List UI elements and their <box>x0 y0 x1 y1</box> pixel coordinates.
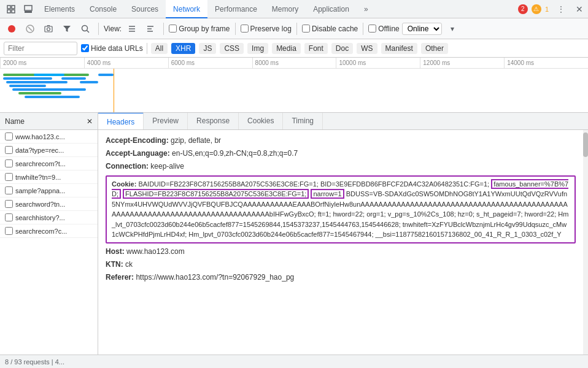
svg-rect-3 <box>12 10 15 13</box>
cookie-label: Cookie: <box>112 180 136 188</box>
svg-rect-9 <box>45 26 52 32</box>
close-devtools-button[interactable]: ✕ <box>573 4 586 14</box>
file-item-1[interactable]: data?type=rec... <box>0 144 98 157</box>
filter-manifest[interactable]: Manifest <box>381 43 417 54</box>
header-value-referer: https://www.hao123.com/?tn=92067929_hao_… <box>136 273 294 282</box>
tab-response[interactable]: Response <box>188 113 239 129</box>
inspect-icon[interactable] <box>2 1 20 18</box>
file-item-checkbox-0[interactable] <box>5 132 13 140</box>
svg-point-6 <box>8 25 15 33</box>
svg-rect-4 <box>25 6 32 10</box>
tab-sources[interactable]: Sources <box>124 0 166 18</box>
file-item-6[interactable]: searchhistory?... <box>0 211 98 224</box>
svg-rect-1 <box>12 6 15 9</box>
tab-cookies[interactable]: Cookies <box>239 113 283 129</box>
main-area: Name ✕ www.hao123.c... data?type=rec... … <box>0 113 588 355</box>
filter-all[interactable]: All <box>151 43 168 54</box>
tab-elements[interactable]: Elements <box>37 0 82 18</box>
throttle-dropdown-icon[interactable]: ▾ <box>444 21 460 37</box>
filter-img[interactable]: Img <box>247 43 268 54</box>
file-item-checkbox-7[interactable] <box>5 227 13 235</box>
filter-xhr[interactable]: XHR <box>171 43 195 54</box>
ruler-mark-4: 8000 ms <box>252 58 336 68</box>
filter-font[interactable]: Font <box>304 43 328 54</box>
file-item-checkbox-5[interactable] <box>5 200 13 208</box>
header-value-connection: keep-alive <box>150 162 184 171</box>
filter-media[interactable]: Media <box>272 43 301 54</box>
file-item-checkbox-3[interactable] <box>5 173 13 181</box>
file-list-close-icon[interactable]: ✕ <box>87 117 93 126</box>
camera-button[interactable] <box>41 21 56 37</box>
list-view-button[interactable] <box>124 21 140 37</box>
tab-performance[interactable]: Performance <box>207 0 265 18</box>
svg-line-13 <box>87 30 90 33</box>
ruler-mark-7: 14000 ms <box>504 58 588 68</box>
file-item-7[interactable]: searchrecom?c... <box>0 224 98 238</box>
timeline-content[interactable] <box>0 69 588 113</box>
tab-application[interactable]: Application <box>306 0 357 18</box>
group-by-frame-checkbox[interactable]: Group by frame <box>169 25 230 33</box>
file-item-label-5: searchword?tn... <box>15 201 65 208</box>
file-item-checkbox-6[interactable] <box>5 213 13 221</box>
file-item-3[interactable]: tnwhilte?tn=9... <box>0 171 98 184</box>
file-list-name-label: Name <box>5 117 25 126</box>
waterfall-view-button[interactable] <box>142 21 158 37</box>
filter-js[interactable]: JS <box>199 43 216 54</box>
offline-checkbox[interactable]: Offline <box>368 25 399 33</box>
throttle-select[interactable]: Online <box>402 23 442 35</box>
header-name-connection: Connection: <box>106 162 149 171</box>
header-name-accept-encoding: Accept-Encoding: <box>106 136 169 145</box>
tab-memory[interactable]: Memory <box>265 0 306 18</box>
dock-icon[interactable] <box>20 1 37 18</box>
filter-other[interactable]: Other <box>421 43 448 54</box>
filter-input[interactable] <box>4 42 77 55</box>
ruler-mark-2: 4000 ms <box>84 58 168 68</box>
status-bar: 8 / 93 requests | 4... <box>0 355 588 368</box>
error-badge: 2 <box>518 4 528 14</box>
filter-doc[interactable]: Doc <box>331 43 353 54</box>
file-list-header: Name ✕ <box>0 113 98 130</box>
file-item-checkbox-1[interactable] <box>5 146 13 154</box>
warn-badge: ⚠ <box>532 4 541 14</box>
separator-5 <box>363 23 363 35</box>
tab-network[interactable]: Network <box>166 0 207 18</box>
cookie-flashid-highlight: FLASHID=FB223F8C87156255B8A2075C536E3C8E… <box>123 189 309 199</box>
more-options-icon[interactable]: ⋮ <box>552 1 570 18</box>
filter-bar: Hide data URLs All XHR JS CSS Img Media … <box>0 39 588 58</box>
filter-css[interactable]: CSS <box>220 43 244 54</box>
clear-button[interactable] <box>22 21 38 37</box>
preserve-log-checkbox[interactable]: Preserve log <box>241 25 292 33</box>
disable-cache-checkbox[interactable]: Disable cache <box>302 25 358 33</box>
details-scrollbar[interactable] <box>583 130 588 355</box>
file-list: Name ✕ www.hao123.c... data?type=rec... … <box>0 113 98 355</box>
file-item-label-6: searchhistory?... <box>15 214 65 221</box>
header-referer: Referer: https://www.hao123.com/?tn=9206… <box>106 272 576 283</box>
search-button[interactable] <box>77 21 93 37</box>
ruler-mark-3: 6000 ms <box>168 58 252 68</box>
scrollbar-thumb[interactable] <box>583 132 588 157</box>
hide-data-urls-checkbox[interactable]: Hide data URLs <box>81 44 143 53</box>
filter-button[interactable] <box>59 21 75 37</box>
tab-preview[interactable]: Preview <box>144 113 188 129</box>
warn-count: 1 <box>545 6 549 13</box>
ruler-mark-1: 2000 ms <box>0 58 84 68</box>
tab-timing[interactable]: Timing <box>283 113 323 129</box>
file-item-checkbox-2[interactable] <box>5 159 13 167</box>
file-item-4[interactable]: sample?appna... <box>0 184 98 197</box>
header-connection: Connection: keep-alive <box>106 161 576 172</box>
filter-ws[interactable]: WS <box>357 43 377 54</box>
header-name-accept-language: Accept-Language: <box>106 149 170 158</box>
record-button[interactable] <box>4 21 20 37</box>
file-item-label-2: searchrecom?t... <box>15 160 66 167</box>
tab-console[interactable]: Console <box>82 0 124 18</box>
separator-2 <box>163 23 164 35</box>
file-item-5[interactable]: searchword?tn... <box>0 197 98 211</box>
svg-point-12 <box>82 25 88 31</box>
file-item-0[interactable]: www.hao123.c... <box>0 130 98 144</box>
tab-more[interactable]: » <box>357 0 376 18</box>
header-accept-encoding: Accept-Encoding: gzip, deflate, br <box>106 135 576 147</box>
tab-headers[interactable]: Headers <box>98 113 144 129</box>
file-item-label-1: data?type=rec... <box>15 147 64 154</box>
file-item-2[interactable]: searchrecom?t... <box>0 157 98 171</box>
file-item-checkbox-4[interactable] <box>5 186 13 194</box>
